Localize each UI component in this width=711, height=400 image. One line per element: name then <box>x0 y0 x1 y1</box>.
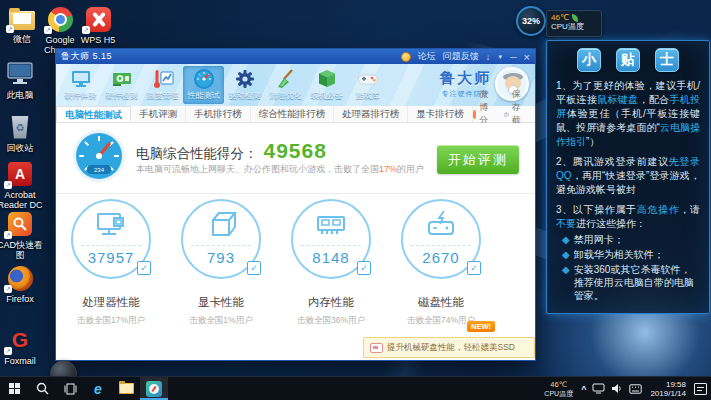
score-cards: 37957 ✓ 处理器性能 击败全国17%用户 793 ✓ <box>56 199 535 327</box>
ludashi-icon <box>146 381 162 397</box>
weibo-icon <box>473 110 477 119</box>
diamond-bullet-icon: ◆ <box>562 233 570 246</box>
ram-icon <box>314 208 348 242</box>
desktop-icon-acrobat[interactable]: A ↗ Acrobat Reader DC <box>0 160 48 210</box>
disk-checkbox[interactable]: ✓ <box>467 261 481 275</box>
shortcut-arrow-icon: ↗ <box>44 26 52 34</box>
download-icon[interactable]: ↓ <box>486 52 491 62</box>
recycle-bin-icon: ♻ <box>11 116 30 139</box>
taskbar-ludashi-button[interactable] <box>140 377 168 400</box>
tip-item-3: 3、以下操作属于高危操作，请不要进行这些操作： <box>556 203 700 231</box>
tip-bullet-2: ◆卸载华为相关软件； <box>562 248 700 261</box>
card-sublabel: 击败全国1%用户 <box>189 315 252 327</box>
desktop-icon-wps-h5[interactable]: ↗ WPS H5 <box>70 5 126 45</box>
disk-icon <box>424 208 458 242</box>
minimize-button[interactable]: ─ <box>510 52 516 62</box>
taskbar-clock[interactable]: 19:582019/1/14 <box>648 380 688 398</box>
close-button[interactable]: × <box>524 52 530 62</box>
cpu-temp-label: CPU温度 <box>551 22 597 32</box>
tab-gpu-ranking[interactable]: 显卡排行榜 <box>408 106 473 122</box>
monitor-icon <box>70 68 92 90</box>
desktop-icon-foxmail[interactable]: G ↗ Foxmail <box>0 326 48 366</box>
gpu-cube-icon <box>204 208 238 242</box>
desktop-icon-recycle-bin[interactable]: ♻ 回收站 <box>0 113 48 153</box>
desktop-icon-firefox[interactable]: ↗ Firefox <box>0 264 48 304</box>
tip-item-1: 1、为了更好的体验，建议手机/平板连接鼠标键盘，配合手机投屏体验更佳（手机/平板… <box>556 79 700 149</box>
nav-hardware-experience[interactable]: 硬件体验 <box>60 66 101 104</box>
beat-percent: 17% <box>379 164 397 174</box>
card-sublabel: 击败全国74%用户 <box>407 315 475 327</box>
task-view-button[interactable] <box>56 377 84 400</box>
action-center-icon[interactable] <box>694 383 707 395</box>
tip-item-2: 2、腾讯游戏登录前建议先登录QQ，再用“快速登录”登录游戏，避免游戏帐号被封 <box>556 155 700 197</box>
file-explorer-icon <box>119 383 134 394</box>
tips-panel: 小 贴 士 1、为了更好的体验，建议手机/平板连接鼠标键盘，配合手机投屏体验更佳… <box>546 40 710 314</box>
tab-phone-ranking[interactable]: 手机排行榜 <box>186 106 251 122</box>
taskbar-ie-button[interactable]: e <box>84 377 112 400</box>
nav-clean-optimize[interactable]: 清理优化 <box>265 66 306 104</box>
menu-dropdown-icon[interactable]: ▼ <box>497 52 503 62</box>
score-title: 电脑综合性能得分： <box>136 145 258 163</box>
thermometer-icon <box>152 68 174 90</box>
forum-link[interactable]: 论坛 <box>418 50 436 63</box>
tab-phone-review[interactable]: 手机评测 <box>131 106 186 122</box>
shortcut-arrow-icon: ↗ <box>4 347 12 355</box>
card-memory-performance: 8148 ✓ 内存性能 击败全国36%用户 <box>276 199 386 327</box>
taskbar: e 46℃CPU温度 ^ 19:582019/1/14 <box>0 376 711 400</box>
desktop-icon-cad-viewer[interactable]: ↗ CAD快速看 图 <box>0 210 48 260</box>
gpu-card-icon <box>111 68 133 90</box>
svg-text:234: 234 <box>94 167 105 173</box>
divider <box>56 193 535 194</box>
tab-pc-performance[interactable]: 电脑性能测试 <box>56 106 131 122</box>
cpu-temp-widget[interactable]: 46℃ CPU温度 <box>546 10 602 37</box>
taskbar-explorer-button[interactable] <box>112 377 140 400</box>
nav-hardware-check[interactable]: 硬件检测 <box>101 66 142 104</box>
nav-temperature[interactable]: 温度管理 <box>142 66 183 104</box>
nav-install-essentials[interactable]: 装机必备 <box>306 66 347 104</box>
search-icon <box>36 382 49 395</box>
tray-chevron-up-icon[interactable]: ^ <box>581 384 586 394</box>
box-icon <box>316 68 338 90</box>
card-gpu-performance: 793 ✓ 显卡性能 击败全国1%用户 <box>166 199 276 327</box>
shortcut-arrow-icon: ↗ <box>82 26 90 34</box>
gpu-checkbox[interactable]: ✓ <box>247 261 261 275</box>
nav-performance-test[interactable]: 性能测试 <box>183 66 224 104</box>
nav-game-library[interactable]: 游戏库 <box>347 66 388 104</box>
shortcut-arrow-icon: ↗ <box>4 231 12 239</box>
feedback-link[interactable]: 问题反馈 <box>443 50 479 63</box>
leaf-icon <box>572 14 578 22</box>
ssd-promo-banner[interactable]: 提升机械硬盘性能，轻松媲美SSD <box>363 337 535 358</box>
diamond-bullet-icon: ◆ <box>562 248 570 261</box>
this-pc-icon <box>7 62 33 86</box>
start-benchmark-button[interactable]: 开始评测 <box>437 145 519 174</box>
start-button[interactable] <box>0 377 28 400</box>
card-label: 处理器性能 <box>82 295 140 310</box>
cpu-temp-value: 46℃ <box>551 13 569 22</box>
card-disk-performance: 2670 ✓ 磁盘性能 击败全国74%用户 <box>386 199 496 327</box>
windows-logo-icon <box>9 383 20 394</box>
titlebar[interactable]: 鲁大师 5.15 论坛 问题反馈 ↓ ▼ ─ × <box>56 49 535 64</box>
score-gauge-icon: 234 <box>72 129 126 187</box>
card-label: 磁盘性能 <box>418 295 464 310</box>
cpu-usage-ball[interactable]: 32% <box>516 6 546 36</box>
taskbar-search-button[interactable] <box>28 377 56 400</box>
tab-cpu-ranking[interactable]: 处理器排行榜 <box>334 106 408 122</box>
memory-checkbox[interactable]: ✓ <box>357 261 371 275</box>
gear-icon <box>234 68 256 90</box>
foxmail-icon: G <box>12 328 28 352</box>
desktop-icon-this-pc[interactable]: 此电脑 <box>0 60 48 100</box>
volume-icon[interactable] <box>611 383 623 394</box>
nav-driver-check[interactable]: 驱动检测 <box>224 66 265 104</box>
cpu-checkbox[interactable]: ✓ <box>137 261 151 275</box>
taskbar-cpu-temp[interactable]: 46℃CPU温度 <box>542 380 575 398</box>
touch-keyboard-icon[interactable] <box>629 384 642 394</box>
diamond-bullet-icon: ◆ <box>562 263 570 302</box>
shortcut-arrow-icon: ↗ <box>6 25 14 33</box>
network-icon[interactable] <box>592 383 605 394</box>
performance-content: 234 电脑综合性能得分： 49568 本电脑可流畅地上网聊天、办公作图和玩小游… <box>56 123 535 360</box>
score-value: 49568 <box>264 139 327 163</box>
tab-overall-ranking[interactable]: 综合性能排行榜 <box>251 106 335 122</box>
coin-icon[interactable] <box>401 52 411 62</box>
gamepad-icon <box>357 68 379 90</box>
score-subtitle: 本电脑可流畅地上网聊天、办公作图和玩小游戏，击败了全国17%的用户 <box>136 163 424 176</box>
